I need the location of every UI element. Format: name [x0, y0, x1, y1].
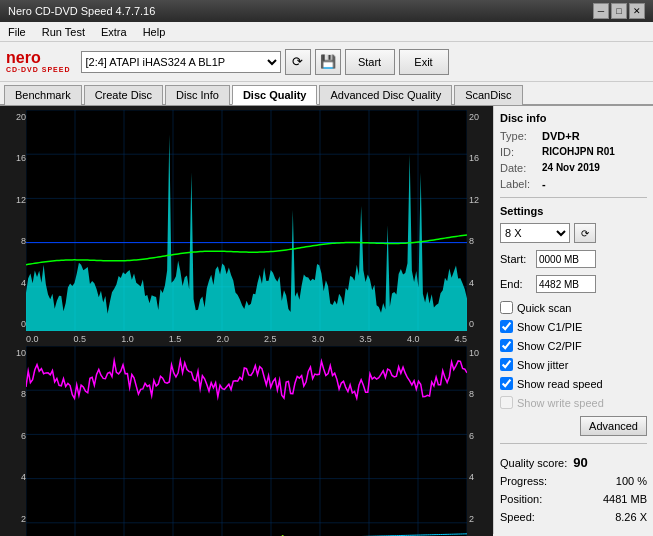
speed-row: Speed: 8.26 X — [500, 511, 647, 523]
tab-scandisc[interactable]: ScanDisc — [454, 85, 522, 105]
show-c2pif-checkbox[interactable] — [500, 339, 513, 352]
checkbox-show-c1pie: Show C1/PIE — [500, 320, 647, 333]
disc-info-title: Disc info — [500, 112, 647, 124]
quick-scan-checkbox[interactable] — [500, 301, 513, 314]
end-setting-row: End: — [500, 275, 647, 293]
title-bar: Nero CD-DVD Speed 4.7.7.16 ─ □ ✕ — [0, 0, 653, 22]
menu-bar: File Run Test Extra Help — [0, 22, 653, 42]
menu-help[interactable]: Help — [139, 26, 170, 38]
start-button[interactable]: Start — [345, 49, 395, 75]
maximize-button[interactable]: □ — [611, 3, 627, 19]
tab-disc-quality[interactable]: Disc Quality — [232, 85, 318, 105]
panel-divider-1 — [500, 197, 647, 198]
tab-advanced-disc-quality[interactable]: Advanced Disc Quality — [319, 85, 452, 105]
main-content: 20 16 12 8 4 0 20 16 12 8 4 0 — [0, 106, 653, 534]
right-panel: Disc info Type: DVD+R ID: RICOHJPN R01 D… — [493, 106, 653, 534]
tab-disc-info[interactable]: Disc Info — [165, 85, 230, 105]
nero-logo: nero CD·DVD SPEED — [6, 50, 71, 73]
settings-title: Settings — [500, 205, 647, 217]
toolbar: nero CD·DVD SPEED [2:4] ATAPI iHAS324 A … — [0, 42, 653, 82]
save-icon-button[interactable]: 💾 — [315, 49, 341, 75]
checkbox-show-read-speed: Show read speed — [500, 377, 647, 390]
start-setting-row: Start: — [500, 250, 647, 268]
chart-area: 20 16 12 8 4 0 20 16 12 8 4 0 — [0, 106, 493, 536]
speed-setting-row: 8 X 4 X 2 X Max ⟳ — [500, 223, 647, 243]
checkbox-quick-scan: Quick scan — [500, 301, 647, 314]
chart1-x-axis: 0.0 0.5 1.0 1.5 2.0 2.5 3.0 3.5 4.0 4.5 — [4, 334, 489, 344]
checkbox-show-jitter: Show jitter — [500, 358, 647, 371]
checkbox-show-c2pif: Show C2/PIF — [500, 339, 647, 352]
exit-button[interactable]: Exit — [399, 49, 449, 75]
chart2-canvas-area — [26, 346, 467, 536]
quality-score-row: Quality score: 90 — [500, 455, 647, 470]
end-mb-input[interactable] — [536, 275, 596, 293]
panel-divider-2 — [500, 443, 647, 444]
speed-refresh-icon[interactable]: ⟳ — [574, 223, 596, 243]
menu-file[interactable]: File — [4, 26, 30, 38]
disc-label-row: Label: - — [500, 178, 647, 190]
refresh-icon-button[interactable]: ⟳ — [285, 49, 311, 75]
position-row: Position: 4481 MB — [500, 493, 647, 505]
progress-row: Progress: 100 % — [500, 475, 647, 487]
disc-id-row: ID: RICOHJPN R01 — [500, 146, 647, 158]
drive-selector[interactable]: [2:4] ATAPI iHAS324 A BL1P — [81, 51, 281, 73]
nero-logo-text: nero — [6, 50, 41, 66]
menu-extra[interactable]: Extra — [97, 26, 131, 38]
window-controls: ─ □ ✕ — [593, 3, 645, 19]
chart1-canvas-area — [26, 110, 467, 331]
chart1-y-axis-left: 20 16 12 8 4 0 — [4, 110, 26, 331]
advanced-button[interactable]: Advanced — [580, 416, 647, 436]
show-write-speed-checkbox — [500, 396, 513, 409]
chart2-y-axis-left: 10 8 6 4 2 0 — [4, 346, 26, 536]
chart2-y-axis-right: 10 8 6 4 2 0 — [467, 346, 489, 536]
chart2-wrapper: 10 8 6 4 2 0 10 8 6 4 2 0 — [4, 346, 489, 536]
show-jitter-checkbox[interactable] — [500, 358, 513, 371]
show-c1pie-checkbox[interactable] — [500, 320, 513, 333]
chart1-wrapper: 20 16 12 8 4 0 20 16 12 8 4 0 — [4, 110, 489, 331]
speed-selector[interactable]: 8 X 4 X 2 X Max — [500, 223, 570, 243]
start-mb-input[interactable] — [536, 250, 596, 268]
app-title: Nero CD-DVD Speed 4.7.7.16 — [8, 5, 155, 17]
checkbox-show-write-speed: Show write speed — [500, 396, 647, 409]
tab-benchmark[interactable]: Benchmark — [4, 85, 82, 105]
tab-bar: Benchmark Create Disc Disc Info Disc Qua… — [0, 82, 653, 106]
chart1-y-axis-right: 20 16 12 8 4 0 — [467, 110, 489, 331]
disc-type-row: Type: DVD+R — [500, 130, 647, 142]
disc-date-row: Date: 24 Nov 2019 — [500, 162, 647, 174]
show-read-speed-checkbox[interactable] — [500, 377, 513, 390]
nero-logo-subtitle: CD·DVD SPEED — [6, 66, 71, 73]
close-button[interactable]: ✕ — [629, 3, 645, 19]
minimize-button[interactable]: ─ — [593, 3, 609, 19]
tab-create-disc[interactable]: Create Disc — [84, 85, 163, 105]
menu-run-test[interactable]: Run Test — [38, 26, 89, 38]
chart-section: 20 16 12 8 4 0 20 16 12 8 4 0 — [0, 106, 493, 534]
